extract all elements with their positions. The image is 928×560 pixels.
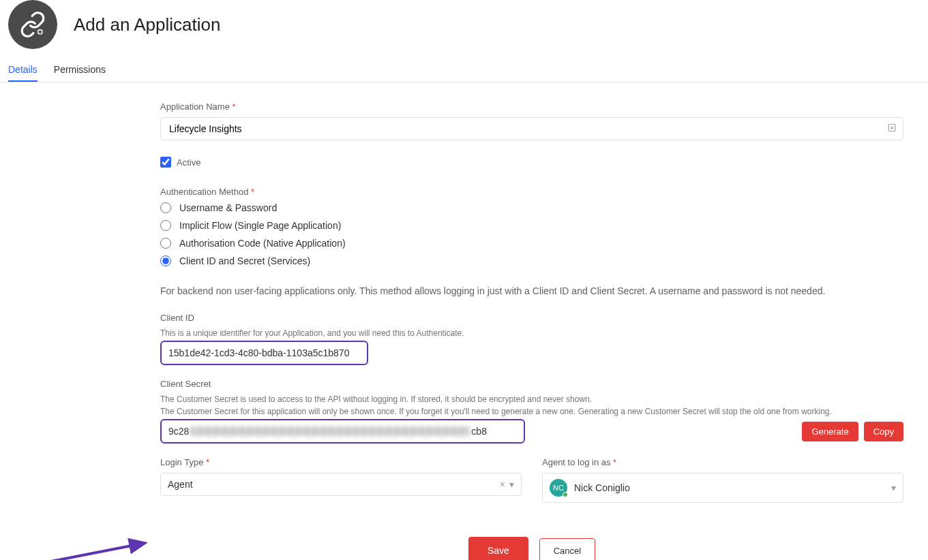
active-checkbox[interactable] xyxy=(160,157,171,168)
avatar: NC xyxy=(550,479,567,497)
auth-radio-clientid[interactable] xyxy=(160,255,171,266)
auth-radio-authcode[interactable] xyxy=(160,238,171,249)
client-secret-value[interactable]: 9c28 cb8 xyxy=(160,419,525,444)
app-name-input[interactable] xyxy=(160,117,903,140)
status-online xyxy=(563,492,568,497)
client-id-hint: This is a unique identifier for your App… xyxy=(160,328,903,338)
auth-label-username: Username & Password xyxy=(179,202,277,213)
clear-icon[interactable]: × xyxy=(500,479,505,490)
save-button[interactable]: Save xyxy=(468,537,528,560)
client-id-value[interactable]: 15b1de42-1cd3-4c80-bdba-1103a5c1b870 xyxy=(160,341,368,365)
generate-button[interactable]: Generate xyxy=(802,422,858,441)
login-type-label: Login Type * xyxy=(160,457,522,467)
agent-name: Nick Coniglio xyxy=(574,482,630,493)
app-link-icon xyxy=(8,0,57,49)
chevron-down-icon: ▾ xyxy=(891,482,896,493)
page-title: Add an Application xyxy=(74,14,220,35)
login-type-select[interactable]: Agent × ▾ xyxy=(160,473,522,496)
app-name-label: Application Name * xyxy=(160,102,903,112)
arrow-annotation xyxy=(44,533,153,560)
auth-radio-username[interactable] xyxy=(160,202,171,213)
client-id-label: Client ID xyxy=(160,313,903,323)
svg-line-4 xyxy=(48,543,145,560)
client-secret-hint1: The Customer Secret is used to access to… xyxy=(160,394,903,404)
agent-login-select[interactable]: NC Nick Coniglio ▾ xyxy=(542,473,903,503)
auth-label-authcode: Authorisation Code (Native Application) xyxy=(179,238,346,249)
client-secret-label: Client Secret xyxy=(160,379,903,389)
autofill-icon xyxy=(887,123,897,135)
client-secret-hint2: The Customer Secret for this application… xyxy=(160,407,903,416)
auth-method-label: Authentication Method * xyxy=(160,187,903,197)
auth-help-text: For backend non user-facing applications… xyxy=(160,285,903,296)
cancel-button[interactable]: Cancel xyxy=(539,538,595,561)
redacted-secret xyxy=(190,426,470,436)
active-label: Active xyxy=(177,157,200,168)
login-type-value: Agent xyxy=(168,479,193,490)
agent-login-label: Agent to log in as * xyxy=(542,457,903,467)
tab-details[interactable]: Details xyxy=(8,59,38,82)
copy-button[interactable]: Copy xyxy=(864,422,903,441)
auth-label-implicit: Implicit Flow (Single Page Application) xyxy=(179,220,341,231)
tab-permissions[interactable]: Permissions xyxy=(54,59,106,82)
chevron-down-icon: ▾ xyxy=(509,479,514,490)
auth-label-clientid: Client ID and Secret (Services) xyxy=(179,255,310,266)
auth-radio-implicit[interactable] xyxy=(160,220,171,231)
